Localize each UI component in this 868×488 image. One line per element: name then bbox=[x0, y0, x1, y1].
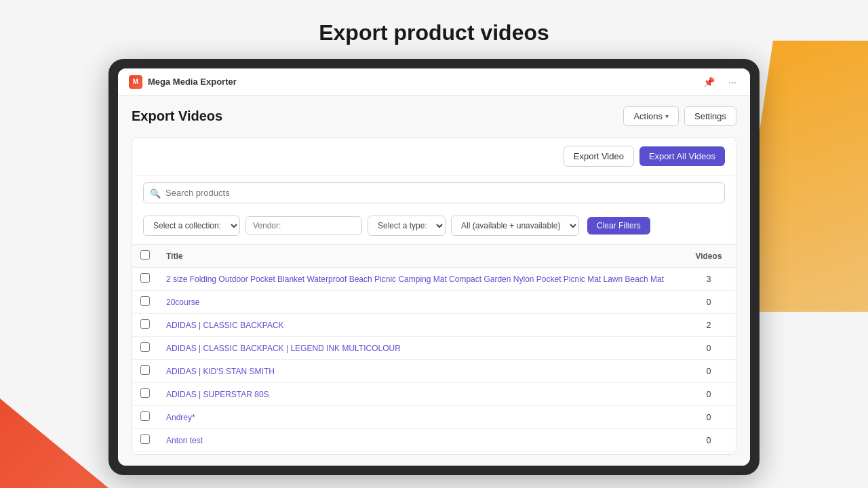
row-checkbox[interactable] bbox=[140, 388, 150, 398]
table-row: 20course0 bbox=[132, 291, 736, 314]
topbar-actions: 📌 ··· bbox=[701, 75, 739, 89]
product-title-cell: 20course bbox=[158, 291, 682, 314]
row-checkbox[interactable] bbox=[140, 296, 150, 306]
actions-label: Actions bbox=[633, 111, 663, 121]
row-checkbox[interactable] bbox=[140, 273, 150, 283]
row-checkbox-cell bbox=[132, 337, 158, 360]
filters-row: Select a collection: Select a type: All … bbox=[132, 210, 736, 244]
product-video-count: 0 bbox=[682, 452, 736, 455]
select-all-header bbox=[132, 245, 158, 268]
product-link[interactable]: ADIDAS | CLASSIC BACKPACK bbox=[166, 321, 284, 330]
row-checkbox-cell bbox=[132, 291, 158, 314]
videos-column-header: Videos bbox=[682, 245, 736, 268]
product-link[interactable]: ADIDAS | KID'S STAN SMITH bbox=[166, 367, 275, 376]
row-checkbox-cell bbox=[132, 406, 158, 429]
product-title-cell: Andrey* bbox=[158, 406, 682, 429]
product-link[interactable]: ADIDAS | CLASSIC BACKPACK | LEGEND INK M… bbox=[166, 344, 401, 353]
table-row: ADIDAS | CLASSIC BACKPACK | LEGEND INK M… bbox=[132, 337, 736, 360]
table-row: Anton test0 bbox=[132, 429, 736, 452]
product-video-count: 3 bbox=[682, 268, 736, 291]
product-title-cell: ASICS TIGER | GEL-LYTE V '30 YEARS OF GE… bbox=[158, 452, 682, 455]
main-panel: Export Video Export All Videos 🔍 Select … bbox=[132, 137, 736, 455]
product-title-cell: Anton test bbox=[158, 429, 682, 452]
product-link[interactable]: Anton test bbox=[166, 436, 203, 445]
export-video-button[interactable]: Export Video bbox=[564, 146, 634, 167]
product-video-count: 0 bbox=[682, 291, 736, 314]
more-button[interactable]: ··· bbox=[726, 75, 739, 89]
title-column-header: Title bbox=[158, 245, 682, 268]
product-link[interactable]: 20course bbox=[166, 298, 199, 307]
app-topbar: M Mega Media Exporter 📌 ··· bbox=[118, 68, 750, 96]
export-row: Export Video Export All Videos bbox=[132, 138, 736, 176]
product-title-cell: ADIDAS | SUPERSTAR 80S bbox=[158, 383, 682, 406]
table-row: ADIDAS | KID'S STAN SMITH0 bbox=[132, 360, 736, 383]
product-title-cell: 2 size Folding Outdoor Pocket Blanket Wa… bbox=[158, 268, 682, 291]
clear-filters-button[interactable]: Clear Filters bbox=[587, 217, 650, 235]
header-buttons: Actions ▾ Settings bbox=[623, 106, 736, 126]
search-icon: 🔍 bbox=[150, 188, 161, 198]
row-checkbox[interactable] bbox=[140, 411, 150, 421]
page-header: Export Videos Actions ▾ Settings bbox=[132, 106, 736, 126]
vendor-filter[interactable] bbox=[245, 216, 362, 235]
row-checkbox[interactable] bbox=[140, 319, 150, 329]
app-logo-icon: M bbox=[129, 75, 142, 89]
export-all-button[interactable]: Export All Videos bbox=[639, 146, 725, 166]
products-table-container: Title Videos 2 size Folding Outdoor Pock… bbox=[132, 244, 736, 454]
row-checkbox-cell bbox=[132, 452, 158, 455]
product-video-count: 0 bbox=[682, 360, 736, 383]
row-checkbox[interactable] bbox=[140, 434, 150, 444]
product-link[interactable]: ADIDAS | SUPERSTAR 80S bbox=[166, 390, 269, 399]
tablet-inner: M Mega Media Exporter 📌 ··· Export Video… bbox=[118, 68, 750, 466]
table-row: ADIDAS | CLASSIC BACKPACK2 bbox=[132, 314, 736, 337]
collection-filter[interactable]: Select a collection: bbox=[143, 216, 240, 236]
availability-filter[interactable]: All (available + unavailable) bbox=[451, 216, 579, 236]
product-link[interactable]: 2 size Folding Outdoor Pocket Blanket Wa… bbox=[166, 274, 664, 284]
table-row: 2 size Folding Outdoor Pocket Blanket Wa… bbox=[132, 268, 736, 291]
chevron-down-icon: ▾ bbox=[665, 113, 669, 120]
type-filter[interactable]: Select a type: bbox=[368, 216, 446, 236]
row-checkbox[interactable] bbox=[140, 342, 150, 352]
actions-button[interactable]: Actions ▾ bbox=[623, 106, 679, 126]
product-video-count: 0 bbox=[682, 383, 736, 406]
product-video-count: 0 bbox=[682, 337, 736, 360]
product-title-cell: ADIDAS | CLASSIC BACKPACK | LEGEND INK M… bbox=[158, 337, 682, 360]
content-area: Export Videos Actions ▾ Settings Export … bbox=[118, 96, 750, 466]
search-area: 🔍 bbox=[132, 176, 736, 210]
app-name: Mega Media Exporter bbox=[148, 77, 237, 87]
page-heading: Export Videos bbox=[132, 108, 222, 124]
product-video-count: 2 bbox=[682, 314, 736, 337]
pin-button[interactable]: 📌 bbox=[701, 75, 717, 89]
search-input[interactable] bbox=[143, 182, 725, 203]
table-row: ADIDAS | SUPERSTAR 80S0 bbox=[132, 383, 736, 406]
product-video-count: 0 bbox=[682, 429, 736, 452]
table-row: ASICS TIGER | GEL-LYTE V '30 YEARS OF GE… bbox=[132, 452, 736, 455]
row-checkbox-cell bbox=[132, 383, 158, 406]
tablet-frame: M Mega Media Exporter 📌 ··· Export Video… bbox=[108, 59, 760, 475]
app-logo-area: M Mega Media Exporter bbox=[129, 75, 237, 89]
table-row: Andrey*0 bbox=[132, 406, 736, 429]
product-title-cell: ADIDAS | CLASSIC BACKPACK bbox=[158, 314, 682, 337]
search-container: 🔍 bbox=[143, 182, 725, 203]
bg-decoration-red bbox=[0, 339, 108, 488]
row-checkbox-cell bbox=[132, 268, 158, 291]
row-checkbox[interactable] bbox=[140, 365, 150, 375]
product-video-count: 0 bbox=[682, 406, 736, 429]
settings-button[interactable]: Settings bbox=[684, 106, 736, 126]
products-table: Title Videos 2 size Folding Outdoor Pock… bbox=[132, 244, 736, 454]
select-all-checkbox[interactable] bbox=[140, 250, 150, 260]
products-table-body: 2 size Folding Outdoor Pocket Blanket Wa… bbox=[132, 268, 736, 455]
product-title-cell: ADIDAS | KID'S STAN SMITH bbox=[158, 360, 682, 383]
table-header: Title Videos bbox=[132, 245, 736, 268]
product-link[interactable]: Andrey* bbox=[166, 413, 195, 422]
row-checkbox-cell bbox=[132, 314, 158, 337]
page-title: Export product videos bbox=[0, 0, 868, 59]
row-checkbox-cell bbox=[132, 360, 158, 383]
row-checkbox-cell bbox=[132, 429, 158, 452]
